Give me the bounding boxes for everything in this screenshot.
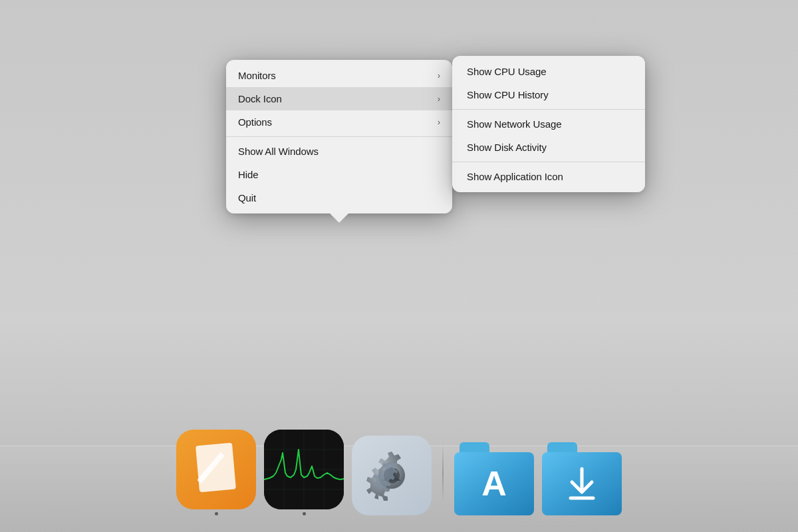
appstore-folder-body: A	[454, 452, 534, 515]
dock-item-downloads-folder[interactable]	[542, 442, 622, 515]
menu-item-monitors-label: Monitors	[238, 70, 276, 81]
system-preferences-icon[interactable]	[352, 436, 432, 515]
submenu-item-show-disk-activity[interactable]: Show Disk Activity	[452, 136, 645, 159]
submenu-item-show-cpu-history[interactable]: Show CPU History	[452, 83, 645, 106]
menu-item-dock-icon[interactable]: Dock Icon ›	[226, 87, 452, 110]
dock-item-activity-monitor[interactable]	[264, 430, 344, 515]
dock-separator	[442, 444, 444, 503]
dock: A	[0, 392, 798, 532]
submenu-item-show-cpu-usage-label: Show CPU Usage	[467, 66, 547, 77]
downloads-folder-icon-svg	[559, 461, 605, 507]
submenu-item-show-cpu-history-label: Show CPU History	[467, 89, 549, 100]
dock-item-pages[interactable]	[176, 430, 256, 515]
submenu-item-show-network-usage-label: Show Network Usage	[467, 118, 561, 130]
submenu-item-show-cpu-usage[interactable]: Show CPU Usage	[452, 60, 645, 83]
context-menu-container: Monitors › Dock Icon › Options › Show Al…	[226, 60, 452, 213]
dock-item-system-preferences[interactable]	[352, 436, 432, 515]
downloads-folder-body	[542, 452, 622, 515]
menu-item-hide[interactable]: Hide	[226, 163, 452, 186]
activity-monitor-dot	[303, 512, 306, 515]
svg-text:A: A	[481, 464, 507, 503]
submenu-divider-1	[452, 109, 645, 110]
menu-divider-1	[226, 136, 452, 137]
chevron-right-icon: ›	[438, 71, 440, 80]
menu-item-dock-icon-label: Dock Icon	[238, 93, 282, 104]
appstore-folder-icon[interactable]: A	[454, 442, 534, 515]
menu-item-hide-label: Hide	[238, 169, 258, 180]
menu-item-options-label: Options	[238, 116, 272, 128]
activity-monitor-waveform	[264, 430, 344, 509]
submenu-item-show-application-icon[interactable]: Show Application Icon	[452, 165, 645, 188]
downloads-folder-icon[interactable]	[542, 442, 622, 515]
menu-item-show-all-windows-label: Show All Windows	[238, 146, 319, 157]
submenu-item-show-disk-activity-label: Show Disk Activity	[467, 142, 547, 153]
dock-icon-submenu: Show CPU Usage Show CPU History Show Net…	[452, 56, 645, 192]
chevron-right-icon-2: ›	[438, 94, 440, 104]
menu-item-show-all-windows[interactable]: Show All Windows	[226, 140, 452, 163]
pages-app-icon[interactable]	[176, 430, 256, 509]
appstore-folder-icon-svg: A	[471, 461, 517, 507]
submenu-divider-2	[452, 162, 645, 162]
dock-item-appstore-folder[interactable]: A	[454, 442, 534, 515]
submenu-item-show-network-usage[interactable]: Show Network Usage	[452, 112, 645, 136]
context-menu: Monitors › Dock Icon › Options › Show Al…	[226, 60, 452, 213]
menu-item-monitors[interactable]: Monitors ›	[226, 64, 452, 87]
menu-item-quit-label: Quit	[238, 192, 256, 203]
menu-item-options[interactable]: Options ›	[226, 110, 452, 134]
gear-svg	[362, 446, 422, 505]
activity-monitor-icon[interactable]	[264, 430, 344, 509]
menu-item-quit[interactable]: Quit	[226, 186, 452, 209]
chevron-right-icon-3: ›	[438, 118, 440, 127]
submenu-item-show-application-icon-label: Show Application Icon	[467, 171, 563, 182]
dock-items-container: A	[163, 430, 635, 525]
pages-app-dot	[215, 512, 218, 515]
